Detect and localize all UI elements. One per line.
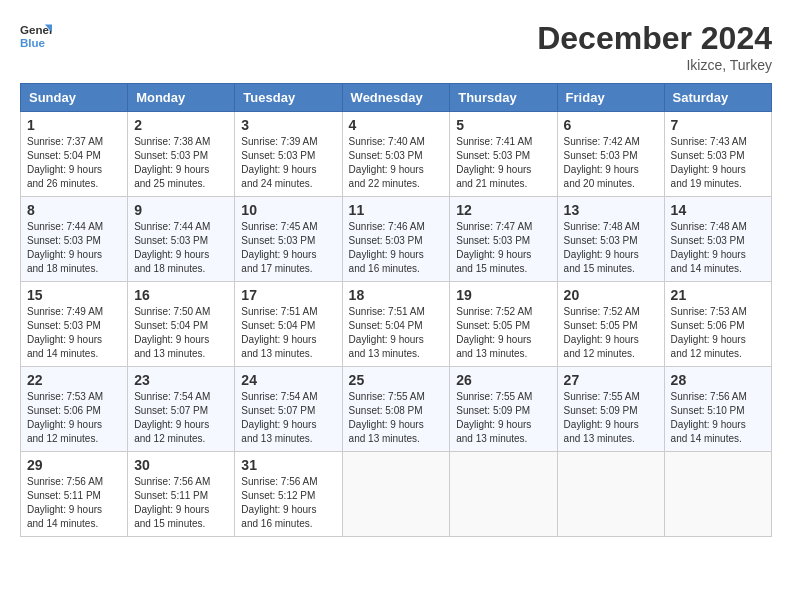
cell-info: Sunrise: 7:56 AMSunset: 5:10 PMDaylight:…	[671, 390, 765, 446]
calendar-cell: 10Sunrise: 7:45 AMSunset: 5:03 PMDayligh…	[235, 197, 342, 282]
calendar-cell: 28Sunrise: 7:56 AMSunset: 5:10 PMDayligh…	[664, 367, 771, 452]
cell-info: Sunrise: 7:48 AMSunset: 5:03 PMDaylight:…	[564, 220, 658, 276]
cell-info: Sunrise: 7:55 AMSunset: 5:08 PMDaylight:…	[349, 390, 444, 446]
day-number: 3	[241, 117, 335, 133]
calendar-table: SundayMondayTuesdayWednesdayThursdayFrid…	[20, 83, 772, 537]
cell-info: Sunrise: 7:50 AMSunset: 5:04 PMDaylight:…	[134, 305, 228, 361]
calendar-cell: 22Sunrise: 7:53 AMSunset: 5:06 PMDayligh…	[21, 367, 128, 452]
cell-info: Sunrise: 7:48 AMSunset: 5:03 PMDaylight:…	[671, 220, 765, 276]
logo-icon: General Blue	[20, 20, 52, 52]
day-number: 25	[349, 372, 444, 388]
calendar-cell: 21Sunrise: 7:53 AMSunset: 5:06 PMDayligh…	[664, 282, 771, 367]
day-number: 14	[671, 202, 765, 218]
day-number: 21	[671, 287, 765, 303]
day-number: 5	[456, 117, 550, 133]
calendar-cell: 26Sunrise: 7:55 AMSunset: 5:09 PMDayligh…	[450, 367, 557, 452]
day-number: 31	[241, 457, 335, 473]
day-number: 1	[27, 117, 121, 133]
calendar-cell: 23Sunrise: 7:54 AMSunset: 5:07 PMDayligh…	[128, 367, 235, 452]
calendar-cell: 11Sunrise: 7:46 AMSunset: 5:03 PMDayligh…	[342, 197, 450, 282]
weekday-thursday: Thursday	[450, 84, 557, 112]
calendar-body: 1Sunrise: 7:37 AMSunset: 5:04 PMDaylight…	[21, 112, 772, 537]
day-number: 8	[27, 202, 121, 218]
weekday-friday: Friday	[557, 84, 664, 112]
calendar-cell: 9Sunrise: 7:44 AMSunset: 5:03 PMDaylight…	[128, 197, 235, 282]
calendar-cell: 5Sunrise: 7:41 AMSunset: 5:03 PMDaylight…	[450, 112, 557, 197]
calendar-cell: 16Sunrise: 7:50 AMSunset: 5:04 PMDayligh…	[128, 282, 235, 367]
calendar-cell: 25Sunrise: 7:55 AMSunset: 5:08 PMDayligh…	[342, 367, 450, 452]
day-number: 6	[564, 117, 658, 133]
calendar-cell: 3Sunrise: 7:39 AMSunset: 5:03 PMDaylight…	[235, 112, 342, 197]
day-number: 10	[241, 202, 335, 218]
day-number: 16	[134, 287, 228, 303]
calendar-cell: 18Sunrise: 7:51 AMSunset: 5:04 PMDayligh…	[342, 282, 450, 367]
day-number: 4	[349, 117, 444, 133]
cell-info: Sunrise: 7:40 AMSunset: 5:03 PMDaylight:…	[349, 135, 444, 191]
day-number: 27	[564, 372, 658, 388]
day-number: 2	[134, 117, 228, 133]
calendar-cell: 12Sunrise: 7:47 AMSunset: 5:03 PMDayligh…	[450, 197, 557, 282]
page-header: General Blue December 2024 Ikizce, Turke…	[20, 20, 772, 73]
calendar-cell: 4Sunrise: 7:40 AMSunset: 5:03 PMDaylight…	[342, 112, 450, 197]
weekday-saturday: Saturday	[664, 84, 771, 112]
calendar-cell: 6Sunrise: 7:42 AMSunset: 5:03 PMDaylight…	[557, 112, 664, 197]
cell-info: Sunrise: 7:42 AMSunset: 5:03 PMDaylight:…	[564, 135, 658, 191]
day-number: 19	[456, 287, 550, 303]
title-block: December 2024 Ikizce, Turkey	[537, 20, 772, 73]
calendar-cell: 24Sunrise: 7:54 AMSunset: 5:07 PMDayligh…	[235, 367, 342, 452]
calendar-week-1: 1Sunrise: 7:37 AMSunset: 5:04 PMDaylight…	[21, 112, 772, 197]
day-number: 17	[241, 287, 335, 303]
calendar-cell: 7Sunrise: 7:43 AMSunset: 5:03 PMDaylight…	[664, 112, 771, 197]
cell-info: Sunrise: 7:54 AMSunset: 5:07 PMDaylight:…	[241, 390, 335, 446]
calendar-cell: 2Sunrise: 7:38 AMSunset: 5:03 PMDaylight…	[128, 112, 235, 197]
cell-info: Sunrise: 7:56 AMSunset: 5:11 PMDaylight:…	[134, 475, 228, 531]
calendar-cell: 13Sunrise: 7:48 AMSunset: 5:03 PMDayligh…	[557, 197, 664, 282]
cell-info: Sunrise: 7:41 AMSunset: 5:03 PMDaylight:…	[456, 135, 550, 191]
weekday-monday: Monday	[128, 84, 235, 112]
weekday-wednesday: Wednesday	[342, 84, 450, 112]
calendar-week-3: 15Sunrise: 7:49 AMSunset: 5:03 PMDayligh…	[21, 282, 772, 367]
calendar-cell: 19Sunrise: 7:52 AMSunset: 5:05 PMDayligh…	[450, 282, 557, 367]
calendar-cell: 20Sunrise: 7:52 AMSunset: 5:05 PMDayligh…	[557, 282, 664, 367]
calendar-cell: 14Sunrise: 7:48 AMSunset: 5:03 PMDayligh…	[664, 197, 771, 282]
calendar-cell: 27Sunrise: 7:55 AMSunset: 5:09 PMDayligh…	[557, 367, 664, 452]
day-number: 29	[27, 457, 121, 473]
calendar-cell	[342, 452, 450, 537]
location: Ikizce, Turkey	[537, 57, 772, 73]
calendar-week-2: 8Sunrise: 7:44 AMSunset: 5:03 PMDaylight…	[21, 197, 772, 282]
calendar-week-4: 22Sunrise: 7:53 AMSunset: 5:06 PMDayligh…	[21, 367, 772, 452]
cell-info: Sunrise: 7:55 AMSunset: 5:09 PMDaylight:…	[564, 390, 658, 446]
logo: General Blue	[20, 20, 52, 52]
cell-info: Sunrise: 7:44 AMSunset: 5:03 PMDaylight:…	[134, 220, 228, 276]
cell-info: Sunrise: 7:38 AMSunset: 5:03 PMDaylight:…	[134, 135, 228, 191]
day-number: 20	[564, 287, 658, 303]
cell-info: Sunrise: 7:56 AMSunset: 5:11 PMDaylight:…	[27, 475, 121, 531]
calendar-week-5: 29Sunrise: 7:56 AMSunset: 5:11 PMDayligh…	[21, 452, 772, 537]
calendar-cell: 31Sunrise: 7:56 AMSunset: 5:12 PMDayligh…	[235, 452, 342, 537]
cell-info: Sunrise: 7:46 AMSunset: 5:03 PMDaylight:…	[349, 220, 444, 276]
calendar-cell	[664, 452, 771, 537]
cell-info: Sunrise: 7:56 AMSunset: 5:12 PMDaylight:…	[241, 475, 335, 531]
cell-info: Sunrise: 7:44 AMSunset: 5:03 PMDaylight:…	[27, 220, 121, 276]
cell-info: Sunrise: 7:54 AMSunset: 5:07 PMDaylight:…	[134, 390, 228, 446]
calendar-cell	[557, 452, 664, 537]
cell-info: Sunrise: 7:53 AMSunset: 5:06 PMDaylight:…	[27, 390, 121, 446]
cell-info: Sunrise: 7:49 AMSunset: 5:03 PMDaylight:…	[27, 305, 121, 361]
day-number: 22	[27, 372, 121, 388]
day-number: 12	[456, 202, 550, 218]
day-number: 26	[456, 372, 550, 388]
day-number: 18	[349, 287, 444, 303]
calendar-cell	[450, 452, 557, 537]
cell-info: Sunrise: 7:45 AMSunset: 5:03 PMDaylight:…	[241, 220, 335, 276]
day-number: 7	[671, 117, 765, 133]
cell-info: Sunrise: 7:37 AMSunset: 5:04 PMDaylight:…	[27, 135, 121, 191]
cell-info: Sunrise: 7:52 AMSunset: 5:05 PMDaylight:…	[456, 305, 550, 361]
svg-text:Blue: Blue	[20, 37, 46, 49]
cell-info: Sunrise: 7:47 AMSunset: 5:03 PMDaylight:…	[456, 220, 550, 276]
cell-info: Sunrise: 7:52 AMSunset: 5:05 PMDaylight:…	[564, 305, 658, 361]
calendar-cell: 1Sunrise: 7:37 AMSunset: 5:04 PMDaylight…	[21, 112, 128, 197]
day-number: 30	[134, 457, 228, 473]
weekday-header-row: SundayMondayTuesdayWednesdayThursdayFrid…	[21, 84, 772, 112]
day-number: 9	[134, 202, 228, 218]
day-number: 23	[134, 372, 228, 388]
